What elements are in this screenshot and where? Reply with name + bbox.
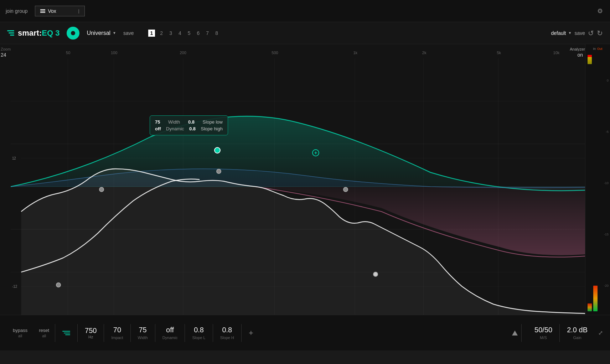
band-4[interactable]: 4 (177, 30, 183, 37)
tooltip-dynamic-label: Dynamic (166, 126, 184, 131)
db-10: -10 (604, 181, 609, 185)
profile-name: Universal (87, 30, 110, 36)
band-control-point-5[interactable] (56, 282, 61, 287)
tooltip-slope-low-val: 0.8 (188, 119, 195, 125)
redo-button[interactable]: ↻ (597, 29, 603, 37)
ms-triangle-button[interactable] (512, 331, 518, 336)
band-8[interactable]: 8 (214, 30, 219, 37)
impact-label: Impact (111, 336, 123, 340)
freq-ruler: Zoom 24 50 100 200 500 1k 2k 5k 10k Anal… (11, 44, 585, 58)
add-band-button[interactable]: + (312, 149, 319, 156)
freq-200: 200 (180, 51, 186, 55)
impact-value: 70 (113, 326, 121, 334)
freq-control[interactable]: 750 Hz (78, 327, 104, 339)
gain-label: Gain (573, 336, 581, 340)
vox-selector[interactable]: Vox | (35, 6, 85, 16)
profile-selector[interactable]: Universal ▼ (87, 30, 116, 36)
band-control-point-4[interactable] (343, 187, 348, 192)
vu-bar-in (588, 303, 592, 311)
ms-label: M/S (540, 336, 547, 340)
add-button[interactable]: + (242, 328, 260, 338)
analyzer-label: Analyzer (570, 47, 585, 51)
band-2[interactable]: 2 (159, 30, 164, 37)
freq-500: 500 (272, 51, 278, 55)
tooltip-row-dynamic: off Dynamic 0.8 Slope high (155, 126, 223, 131)
dynamic-control[interactable]: off Dynamic (155, 326, 185, 340)
join-group-button[interactable]: join group (6, 8, 28, 14)
band-control-point-1[interactable] (214, 147, 221, 154)
bypass-button[interactable]: bypass all (7, 328, 33, 338)
zoom-label: Zoom (1, 47, 11, 51)
eq-visualization: -5 -10 -15 (11, 58, 585, 315)
header: smart:EQ 3 Universal ▼ save 1 2 3 4 5 6 … (0, 22, 610, 44)
band-control-point-2[interactable] (99, 187, 104, 192)
freq-unit: Hz (88, 335, 93, 339)
freq-100: 100 (111, 51, 117, 55)
impact-control[interactable]: 70 Impact (104, 326, 130, 340)
gear-icon[interactable]: ⚙ (597, 7, 603, 15)
tooltip-dynamic-val: off (155, 126, 161, 131)
slope-h-label: Slope H (220, 336, 234, 340)
analyzer-state[interactable]: on (577, 52, 583, 58)
band-control-point-3[interactable] (216, 169, 221, 174)
db-20: -20 (604, 284, 609, 287)
out-label: Out (597, 47, 603, 51)
logo-icon (7, 30, 14, 36)
band-5[interactable]: 5 (186, 30, 192, 37)
band-control-point-6[interactable] (373, 272, 378, 277)
tooltip-slope-high-val: 0.8 (189, 126, 196, 131)
freq-5k: 5k (497, 51, 501, 55)
tooltip-row-width: 75 Width 0.8 Slope low (155, 119, 223, 125)
band-3[interactable]: 3 (168, 30, 174, 37)
reset-label: reset (39, 328, 49, 333)
eq-icon (55, 331, 77, 335)
band-6[interactable]: 6 (196, 30, 201, 37)
db-5: -5 (606, 130, 609, 134)
logo: smart:EQ 3 (7, 28, 60, 38)
band-7[interactable]: 7 (205, 30, 210, 37)
preset-dropdown-arrow: ▼ (568, 31, 572, 35)
preset-dropdown[interactable]: default ▼ (551, 30, 572, 36)
freq-value: 750 (85, 327, 97, 335)
tooltip-slope-high-label: Slope high (201, 126, 223, 131)
db-0: 0 (607, 79, 609, 82)
expand-icon[interactable]: ⤢ (598, 329, 603, 336)
slope-h-control[interactable]: 0.8 Slope H (213, 326, 241, 340)
preset-section: default ▼ save ↺ ↻ (551, 29, 603, 37)
vu-bar-out (593, 286, 598, 311)
divider-9 (521, 324, 522, 342)
ms-gain-section: 50/50 M/S 2.0 dB Gain ⤢ (512, 324, 603, 342)
bottom-bar: bypass all reset all 750 Hz 70 Impact 75… (0, 315, 610, 350)
freq-2k: 2k (422, 51, 427, 55)
dynamic-value: off (166, 326, 174, 334)
db-15: -15 (604, 233, 609, 236)
freq-1k: 1k (353, 51, 357, 55)
tooltip-slope-low-label: Slope low (203, 119, 223, 125)
width-value: 75 (139, 326, 146, 334)
vu-meter: In Out 0 -5 -10 -15 -20 (585, 44, 610, 315)
ms-control[interactable]: 50/50 M/S (527, 326, 559, 340)
power-button[interactable] (67, 27, 79, 40)
undo-button[interactable]: ↺ (588, 29, 594, 37)
reset-button[interactable]: reset all (33, 328, 55, 338)
band-1[interactable]: 1 (148, 30, 155, 37)
profile-dropdown-arrow: ▼ (113, 31, 116, 35)
tooltip-width-label: Width (168, 119, 180, 125)
preset-save-button[interactable]: save (574, 30, 585, 36)
vox-indicator: | (78, 9, 79, 14)
freq-10k: 10k (553, 51, 560, 55)
tooltip-width-val: 75 (155, 119, 160, 125)
bypass-sub: all (18, 334, 22, 338)
menu-icon (40, 9, 45, 13)
profile-save-button[interactable]: save (123, 30, 134, 36)
slope-h-value: 0.8 (222, 326, 232, 334)
slope-l-value: 0.8 (194, 326, 204, 334)
width-control[interactable]: 75 Width (131, 326, 155, 340)
svg-text:-12: -12 (12, 285, 17, 288)
gain-control[interactable]: 2.0 dB Gain (560, 326, 595, 340)
undo-redo-buttons: ↺ ↻ (588, 29, 603, 37)
svg-text:12: 12 (12, 156, 16, 160)
vox-label: Vox (48, 8, 56, 14)
vu-yellow-segment (588, 57, 592, 64)
slope-l-control[interactable]: 0.8 Slope L (185, 326, 212, 340)
